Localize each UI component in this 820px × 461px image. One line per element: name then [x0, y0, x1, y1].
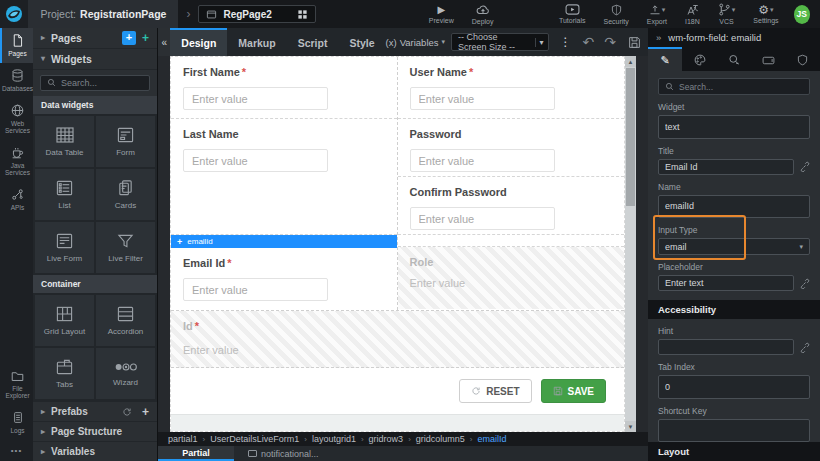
widget-tile-wizard[interactable]: Wizard	[96, 348, 155, 399]
scroll-up-arrow[interactable]: ▲	[625, 56, 636, 67]
user-avatar[interactable]: JS	[794, 5, 810, 24]
sidebar-item-pages[interactable]: Pages	[0, 28, 33, 63]
name-value-input[interactable]	[658, 195, 810, 219]
canvas-scrollbar[interactable]: ▲ ▼	[625, 56, 636, 432]
settings-button[interactable]: ⚙ ▾ Settings	[744, 0, 787, 28]
tab-script[interactable]: Script	[287, 28, 339, 56]
export-button[interactable]: ▾ Export	[638, 0, 676, 28]
security-button[interactable]: Security	[594, 0, 637, 28]
widget-tile-form[interactable]: Form	[96, 116, 155, 167]
widgets-section-header[interactable]: ▾ Widgets	[33, 49, 157, 70]
properties-search-input[interactable]	[679, 82, 803, 92]
selected-widget-handle[interactable]: + emailid	[171, 235, 397, 248]
form-field-firstname[interactable]: First Name*	[171, 57, 397, 119]
scroll-down-arrow[interactable]: ▼	[625, 421, 636, 432]
breadcrumb-item[interactable]: gridcolumn5	[416, 434, 465, 444]
add-prefab-icon[interactable]: +	[142, 405, 149, 419]
sidebar-item-file-explorer[interactable]: File Explorer	[0, 364, 33, 405]
tab-markup[interactable]: Markup	[227, 28, 286, 56]
form-field-emailid[interactable]: Email Id*	[171, 248, 397, 310]
sidebar-item-logs[interactable]: Logs	[0, 405, 33, 440]
widget-tile-list[interactable]: List	[35, 169, 94, 220]
live-form-icon	[56, 233, 73, 249]
screen-size-select[interactable]: -- Choose Screen Size -- ▾	[451, 33, 548, 51]
tab-styles[interactable]	[682, 47, 716, 71]
scrollbar-thumb[interactable]	[626, 68, 635, 206]
collapse-left-panel-button[interactable]: «	[158, 28, 170, 56]
confirm-password-input[interactable]	[410, 207, 556, 230]
sidebar-item-java-services[interactable]: Java Services	[0, 140, 33, 182]
form-field-role[interactable]: Role Enter value	[398, 247, 625, 309]
save-page-button[interactable]	[621, 36, 648, 49]
save-button[interactable]: SAVE	[541, 379, 607, 403]
input-type-select[interactable]: email ▾	[658, 238, 810, 255]
page-selector[interactable]: RegPage2	[198, 5, 316, 23]
variables-dropdown[interactable]: (x) Variables ▾	[386, 37, 446, 48]
placeholder-value-input[interactable]	[658, 275, 794, 291]
breadcrumb-item[interactable]: partial1	[168, 434, 198, 444]
selected-widget-tag: emailid	[187, 237, 212, 246]
tutorials-button[interactable]: Tutorials	[550, 0, 595, 28]
more-options-icon[interactable]: •••	[0, 440, 33, 461]
redo-button[interactable]: ↷	[599, 34, 621, 50]
title-value-input[interactable]	[658, 159, 794, 175]
hint-value-input[interactable]	[658, 339, 794, 355]
breadcrumb-item[interactable]: gridrow3	[369, 434, 404, 444]
breadcrumb-item[interactable]: UserDetailsLiveForm1	[210, 434, 299, 444]
tab-properties[interactable]: ✎	[648, 47, 682, 71]
add-icon[interactable]: +	[142, 31, 149, 45]
widget-tile-live-form[interactable]: Live Form	[35, 222, 94, 273]
firstname-input[interactable]	[183, 87, 328, 110]
more-menu-button[interactable]: ⋮	[554, 35, 578, 49]
shortcut-key-input[interactable]	[658, 419, 810, 443]
tile-label: Data Table	[45, 148, 83, 157]
tab-design[interactable]: Design	[170, 28, 227, 56]
widget-tile-live-filter[interactable]: Live Filter	[96, 222, 155, 273]
bind-link-icon[interactable]	[799, 342, 810, 353]
tab-partial[interactable]: Partial	[158, 446, 234, 461]
bind-link-icon[interactable]	[799, 161, 810, 172]
widget-tile-accordion[interactable]: Accordion	[96, 295, 155, 346]
sidebar-item-web-services[interactable]: Web Services	[0, 98, 33, 140]
emailid-input[interactable]	[183, 278, 328, 301]
tab-style[interactable]: Style	[338, 28, 385, 56]
widget-tile-tabs[interactable]: Tabs	[35, 348, 94, 399]
form-field-id[interactable]: Id* Enter value	[171, 311, 624, 368]
form-field-confirm-password[interactable]: Confirm Password	[398, 177, 625, 235]
form-field-username[interactable]: User Name*	[398, 57, 625, 119]
tab-index-input[interactable]	[658, 375, 810, 399]
widget-tile-cards[interactable]: Cards	[96, 169, 155, 220]
pages-section-header[interactable]: ▸ Pages + +	[33, 28, 157, 49]
vcs-button[interactable]: ▾ VCS	[709, 0, 745, 28]
form-field-lastname[interactable]: Last Name	[171, 119, 397, 235]
tab-events[interactable]	[717, 47, 751, 71]
reset-button[interactable]: RESET	[459, 379, 531, 403]
add-page-button[interactable]: +	[122, 31, 136, 45]
refresh-icon[interactable]	[122, 407, 132, 417]
undo-button[interactable]: ↶	[578, 34, 600, 50]
preview-button[interactable]: ▶ Preview	[420, 0, 463, 28]
bind-link-icon[interactable]	[799, 278, 810, 289]
tab-security[interactable]	[786, 47, 820, 71]
wavemaker-logo[interactable]	[0, 0, 28, 28]
tab-device[interactable]	[751, 47, 785, 71]
sidebar-item-databases[interactable]: Databases	[0, 63, 33, 98]
sidebar-item-apis[interactable]: APIs	[0, 182, 33, 217]
form-field-password[interactable]: Password	[398, 119, 625, 177]
breadcrumb-item-current[interactable]: emailId	[478, 434, 507, 444]
accordion-variables[interactable]: ▸ Variables	[33, 441, 157, 461]
lastname-input[interactable]	[183, 149, 328, 172]
widget-tile-grid-layout[interactable]: Grid Layout	[35, 295, 94, 346]
accordion-prefabs[interactable]: ▸ Prefabs +	[33, 401, 157, 421]
i18n-button[interactable]: I18N	[676, 0, 709, 28]
collapse-right-panel-button[interactable]: »	[656, 32, 661, 43]
accordion-page-structure[interactable]: ▸ Page Structure	[33, 421, 157, 441]
password-input[interactable]	[410, 149, 556, 172]
widget-value-input[interactable]	[658, 115, 810, 139]
widget-tile-data-table[interactable]: Data Table	[35, 116, 94, 167]
username-input[interactable]	[410, 87, 556, 110]
breadcrumb-item[interactable]: layoutgrid1	[312, 434, 356, 444]
deploy-button[interactable]: Deploy	[463, 0, 503, 28]
tab-notification[interactable]: notificational...	[234, 446, 333, 461]
widget-search-input[interactable]	[61, 78, 143, 88]
